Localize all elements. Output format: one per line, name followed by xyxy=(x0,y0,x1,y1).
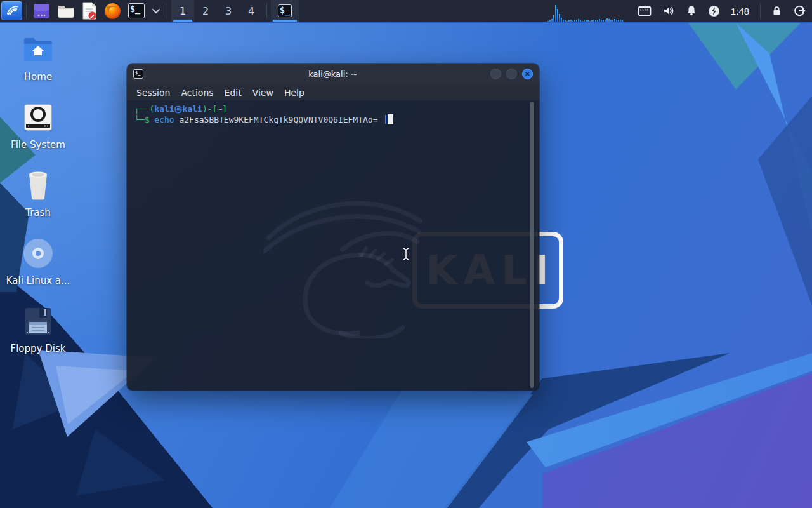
panel-separator xyxy=(167,3,167,18)
panel-clock[interactable]: 1:48 xyxy=(731,6,749,17)
close-button[interactable]: ✕ xyxy=(522,69,533,79)
menu-edit[interactable]: Edit xyxy=(225,88,242,98)
scrollbar-thumb[interactable] xyxy=(530,102,534,388)
menu-session[interactable]: Session xyxy=(136,88,170,98)
kali-menu-button[interactable] xyxy=(1,1,22,20)
minimize-button[interactable] xyxy=(490,69,501,79)
desktop-icon-label: Home xyxy=(24,71,52,83)
desktop-icon-file-system[interactable]: File System xyxy=(6,101,70,150)
text-caret xyxy=(385,115,386,124)
system-tray: 1:48 xyxy=(638,3,806,18)
lock-icon[interactable] xyxy=(771,5,782,17)
terminal-icon: $_ xyxy=(128,3,145,18)
menu-help[interactable]: Help xyxy=(284,88,304,98)
firefox-icon[interactable] xyxy=(104,3,121,20)
prompt-line-1: ┌──(kali㉿kali)-[~] xyxy=(134,104,539,114)
menu-actions[interactable]: Actions xyxy=(181,88,213,98)
cdrom-disc-icon xyxy=(23,237,53,270)
terminal-icon: $_ xyxy=(133,69,143,79)
desktop-icon-trash[interactable]: Trash xyxy=(6,169,70,218)
kali-dragon-watermark xyxy=(263,186,435,338)
terminal-screen[interactable]: ┌──(kali㉿kali)-[~] └─$echoa2FsaSBBTEw9KE… xyxy=(127,100,539,391)
cpu-graph[interactable] xyxy=(547,0,629,22)
terminal-window: $_ kali@kali: ~ ✕ Session Actions Edit V… xyxy=(127,64,539,391)
logout-icon[interactable] xyxy=(793,4,806,17)
desktop-icon-home[interactable]: Home xyxy=(6,33,70,83)
terminal-icon: $_ xyxy=(278,4,292,17)
power-manager-icon[interactable] xyxy=(708,5,720,17)
desktop-icon-label: Floppy Disk xyxy=(11,343,66,354)
volume-icon[interactable] xyxy=(662,5,675,17)
expand-chevron-icon[interactable] xyxy=(152,8,160,14)
app-window-purple-icon[interactable] xyxy=(33,3,50,20)
terminal-launcher-icon[interactable]: $_ xyxy=(128,3,145,18)
terminal-cursor xyxy=(388,114,393,124)
maximize-button[interactable] xyxy=(506,69,517,79)
launcher-bar: $_ xyxy=(30,2,163,20)
desktop-icon-label: Trash xyxy=(25,207,51,218)
hard-drive-icon xyxy=(23,101,53,134)
workspace-4[interactable]: 4 xyxy=(240,0,263,22)
top-panel: $_ 1 2 3 4 $_ 1:48 xyxy=(0,0,812,23)
window-list-terminal-button[interactable]: $_ xyxy=(271,0,299,22)
text-editor-icon[interactable] xyxy=(82,2,97,20)
workspace-2[interactable]: 2 xyxy=(194,0,217,22)
floppy-disk-icon xyxy=(24,305,52,338)
file-manager-icon[interactable] xyxy=(57,3,75,18)
panel-separator xyxy=(26,3,27,18)
panel-separator xyxy=(266,3,267,18)
keyboard-indicator-icon[interactable] xyxy=(638,6,652,17)
workspace-3[interactable]: 3 xyxy=(217,0,240,22)
panel-separator xyxy=(760,3,761,18)
menu-view[interactable]: View xyxy=(252,88,273,98)
kali-dragon-icon xyxy=(5,3,19,19)
terminal-titlebar[interactable]: $_ kali@kali: ~ ✕ xyxy=(127,64,539,84)
workspace-switcher: 1 2 3 4 xyxy=(171,0,263,22)
desktop-icon-kali-cd[interactable]: Kali Linux a... xyxy=(6,237,70,286)
terminal-scrollbar[interactable] xyxy=(530,102,534,388)
trash-can-icon xyxy=(25,169,51,202)
desktop-icon-floppy[interactable]: Floppy Disk xyxy=(6,305,70,354)
prompt-line-2: └─$echoa2FsaSBBTEw9KEFMTCkgTk9QQVNTV0Q6I… xyxy=(134,114,539,125)
notifications-bell-icon[interactable] xyxy=(686,5,697,17)
workspace-1[interactable]: 1 xyxy=(171,0,194,22)
terminal-menubar: Session Actions Edit View Help xyxy=(127,84,539,100)
desktop-icon-label: Kali Linux a... xyxy=(6,275,70,286)
home-folder-icon xyxy=(22,33,54,66)
desktop-icon-label: File System xyxy=(11,139,65,150)
window-title: kali@kali: ~ xyxy=(127,69,539,79)
